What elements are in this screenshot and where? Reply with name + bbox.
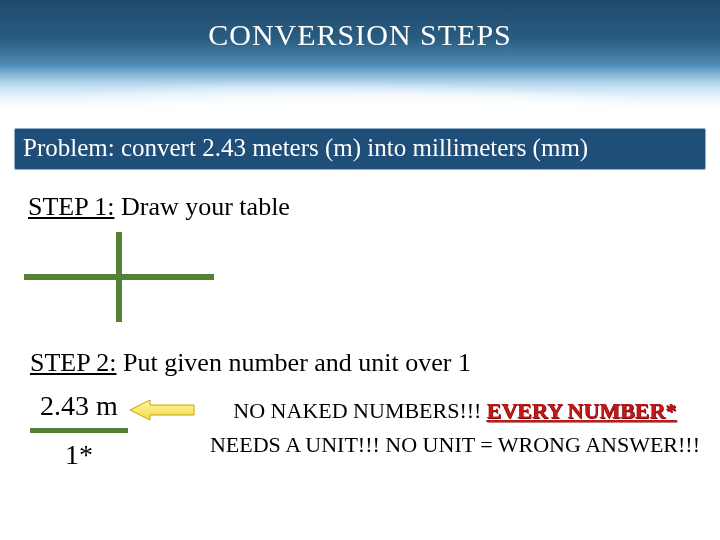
fraction-denominator: 1* (30, 439, 128, 471)
warning-emphasis: EVERY NUMBER* (487, 398, 677, 423)
step-1-heading: STEP 1: Draw your table (28, 192, 290, 222)
conversion-table-drawing (24, 232, 214, 322)
warning-post: NEEDS A UNIT!!! NO UNIT = WRONG ANSWER!!… (210, 432, 700, 457)
left-arrow-icon (130, 398, 196, 422)
slide: CONVERSION STEPS Problem: convert 2.43 m… (0, 0, 720, 540)
fraction-bar (30, 428, 128, 433)
header-banner: CONVERSION STEPS (0, 0, 720, 110)
svg-marker-2 (130, 400, 194, 420)
step-2-heading: STEP 2: Put given number and unit over 1 (30, 348, 471, 378)
step-1-label: STEP 1: (28, 192, 114, 221)
wave-fade (0, 65, 720, 110)
problem-statement: Problem: convert 2.43 meters (m) into mi… (14, 128, 706, 170)
fraction-display: 2.43 m 1* (30, 390, 128, 471)
step-1-text: Draw your table (114, 192, 289, 221)
warning-pre: NO NAKED NUMBERS!!! (233, 398, 487, 423)
page-title: CONVERSION STEPS (0, 18, 720, 52)
step-2-label: STEP 2: (30, 348, 116, 377)
warning-text: NO NAKED NUMBERS!!! EVERY NUMBER* NEEDS … (200, 394, 710, 462)
fraction-numerator: 2.43 m (30, 390, 128, 422)
step-2-text: Put given number and unit over 1 (116, 348, 471, 377)
